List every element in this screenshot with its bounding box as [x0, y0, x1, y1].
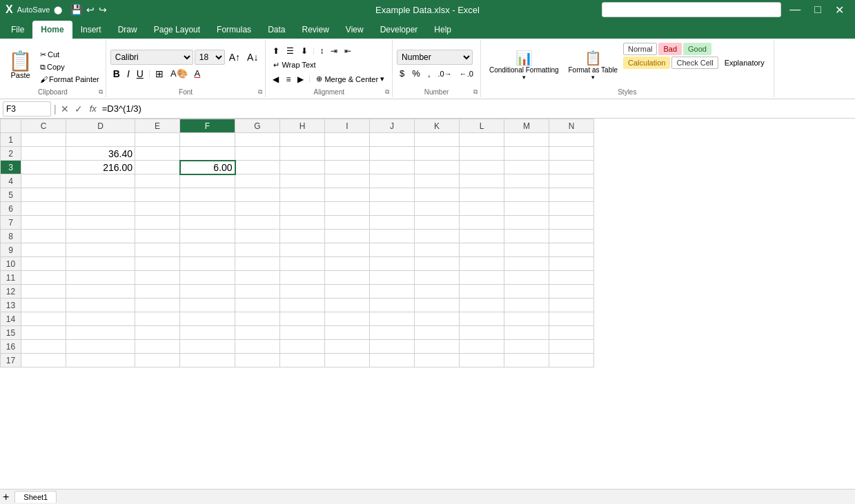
cell-N3[interactable] [549, 161, 594, 174]
cell-K9[interactable] [415, 243, 460, 257]
row-header-14[interactable]: 14 [1, 312, 21, 326]
cell-N13[interactable] [549, 299, 594, 312]
row-header-1[interactable]: 1 [1, 133, 21, 147]
cell-D16[interactable] [66, 340, 135, 354]
search-input[interactable] [602, 2, 781, 17]
cell-E8[interactable] [135, 230, 180, 243]
cut-button[interactable]: ✂ Cut [38, 50, 101, 60]
cell-E10[interactable] [135, 257, 180, 271]
tab-insert[interactable]: Insert [72, 21, 110, 39]
save-icon[interactable]: 💾 [70, 4, 82, 15]
cell-N11[interactable] [549, 271, 594, 285]
row-header-3[interactable]: 3 [1, 161, 21, 174]
cell-G4[interactable] [235, 174, 280, 188]
style-calculation[interactable]: Calculation [623, 57, 670, 69]
cell-H17[interactable] [280, 354, 325, 367]
cell-D3[interactable]: 216.00 [66, 161, 135, 174]
cell-D10[interactable] [66, 257, 135, 271]
autosave-toggle[interactable]: ⬤ [54, 6, 62, 14]
cell-J16[interactable] [370, 340, 415, 354]
cell-J8[interactable] [370, 230, 415, 243]
cell-G9[interactable] [235, 243, 280, 257]
cell-D6[interactable] [66, 202, 135, 216]
cell-K13[interactable] [415, 299, 460, 312]
cell-H2[interactable] [280, 147, 325, 161]
cell-K17[interactable] [415, 354, 460, 367]
cell-D11[interactable] [66, 271, 135, 285]
cell-K16[interactable] [415, 340, 460, 354]
row-header-6[interactable]: 6 [1, 202, 21, 216]
cell-E5[interactable] [135, 188, 180, 202]
cell-N1[interactable] [549, 133, 594, 147]
cell-N15[interactable] [549, 326, 594, 340]
cell-F2[interactable] [180, 147, 235, 161]
cell-L3[interactable] [460, 161, 504, 174]
cell-L10[interactable] [460, 257, 504, 271]
font-name-select[interactable]: Calibri [110, 50, 193, 65]
cell-F7[interactable] [180, 216, 235, 230]
indent-decrease-button[interactable]: ⇤ [342, 45, 354, 57]
cell-I6[interactable] [325, 202, 370, 216]
cell-K12[interactable] [415, 285, 460, 299]
col-header-M[interactable]: M [504, 119, 549, 133]
paste-button[interactable]: 📋 Paste [4, 50, 37, 81]
cell-H7[interactable] [280, 216, 325, 230]
cell-F3[interactable]: 6.00 [180, 161, 235, 174]
increase-decimal-button[interactable]: .0→ [435, 68, 455, 79]
comma-button[interactable]: , [425, 67, 433, 80]
row-header-9[interactable]: 9 [1, 243, 21, 257]
cell-G3[interactable] [235, 161, 280, 174]
tab-developer[interactable]: Developer [372, 21, 426, 39]
cell-L1[interactable] [460, 133, 504, 147]
confirm-formula-icon[interactable]: ✓ [73, 103, 84, 114]
cell-I14[interactable] [325, 312, 370, 326]
cell-D7[interactable] [66, 216, 135, 230]
cell-N8[interactable] [549, 230, 594, 243]
col-header-E[interactable]: E [135, 119, 180, 133]
cell-H15[interactable] [280, 326, 325, 340]
cell-L15[interactable] [460, 326, 504, 340]
cell-G16[interactable] [235, 340, 280, 354]
cell-G11[interactable] [235, 271, 280, 285]
cell-C16[interactable] [21, 340, 66, 354]
cell-C4[interactable] [21, 174, 66, 188]
cell-N5[interactable] [549, 188, 594, 202]
cell-E12[interactable] [135, 285, 180, 299]
cell-M3[interactable] [504, 161, 549, 174]
cell-D9[interactable] [66, 243, 135, 257]
tab-file[interactable]: File [3, 21, 32, 39]
tab-formulas[interactable]: Formulas [208, 21, 259, 39]
italic-button[interactable]: I [124, 67, 132, 81]
cell-F11[interactable] [180, 271, 235, 285]
cell-K14[interactable] [415, 312, 460, 326]
style-check-cell[interactable]: Check Cell [671, 57, 718, 69]
cell-C11[interactable] [21, 271, 66, 285]
cell-G6[interactable] [235, 202, 280, 216]
row-header-16[interactable]: 16 [1, 340, 21, 354]
cell-F9[interactable] [180, 243, 235, 257]
cell-L4[interactable] [460, 174, 504, 188]
cell-G15[interactable] [235, 326, 280, 340]
cell-K7[interactable] [415, 216, 460, 230]
cell-K3[interactable] [415, 161, 460, 174]
cell-M8[interactable] [504, 230, 549, 243]
clipboard-expander[interactable]: ⧉ [99, 88, 103, 96]
row-header-8[interactable]: 8 [1, 230, 21, 243]
cell-I15[interactable] [325, 326, 370, 340]
cell-ref-input[interactable] [3, 101, 51, 117]
cell-C7[interactable] [21, 216, 66, 230]
currency-button[interactable]: $ [397, 67, 407, 80]
cell-G10[interactable] [235, 257, 280, 271]
text-direction-button[interactable]: ↕ [317, 45, 326, 57]
cell-M1[interactable] [504, 133, 549, 147]
cell-E15[interactable] [135, 326, 180, 340]
conditional-dropdown-icon[interactable]: ▾ [522, 74, 526, 81]
add-sheet-button[interactable]: + [3, 491, 9, 503]
cell-D4[interactable] [66, 174, 135, 188]
cell-D1[interactable] [66, 133, 135, 147]
cell-N10[interactable] [549, 257, 594, 271]
align-middle-button[interactable]: ☰ [284, 45, 297, 57]
percent-button[interactable]: % [409, 67, 423, 80]
cell-G1[interactable] [235, 133, 280, 147]
tab-home[interactable]: Home [32, 21, 72, 39]
